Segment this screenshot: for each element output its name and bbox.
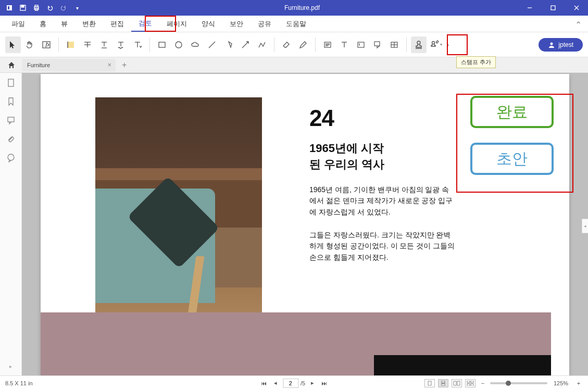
current-page-input[interactable] (283, 379, 298, 388)
arrow-shape-icon[interactable] (237, 36, 253, 53)
two-page-continuous-icon[interactable] (465, 379, 476, 387)
chat-panel-icon[interactable] (6, 153, 16, 162)
right-panel-expand-icon[interactable]: ◂ (582, 219, 588, 233)
hand-tool-icon[interactable] (22, 36, 37, 53)
svg-rect-51 (442, 383, 445, 386)
menu-form[interactable]: 양식 (194, 16, 222, 32)
quick-access-toolbar: ▾ (0, 2, 86, 14)
svg-point-45 (551, 42, 553, 45)
menu-home[interactable]: 홈 (32, 16, 54, 32)
insert-text-icon[interactable] (130, 36, 145, 53)
eraser-icon[interactable] (279, 36, 294, 53)
single-page-view-icon[interactable] (424, 379, 435, 387)
select-tool-icon[interactable] (5, 36, 21, 53)
zoom-out-icon[interactable]: − (479, 380, 487, 386)
pencil-icon[interactable] (295, 36, 311, 53)
svg-rect-35 (358, 42, 364, 47)
user-account-button[interactable]: jptest (539, 38, 583, 52)
svg-rect-9 (551, 6, 555, 10)
stamp-completed[interactable]: 완료 (470, 96, 554, 128)
menu-review[interactable]: 검토 (131, 16, 159, 32)
first-page-icon[interactable]: ⏮ (260, 380, 268, 386)
callout-icon[interactable] (370, 36, 385, 53)
zoom-value: 125% (551, 380, 571, 386)
svg-rect-38 (374, 42, 380, 46)
comments-panel-icon[interactable] (6, 116, 16, 125)
page-navigator: ⏮ ◂ /5 ▸ ⏭ (260, 379, 328, 388)
svg-rect-46 (8, 79, 14, 86)
menu-convert[interactable]: 변환 (75, 16, 103, 32)
document-canvas[interactable]: 24 1965년에 시작 된 우리의 역사 1965년 여름, 기이한 밴쿠버 … (22, 73, 588, 375)
svg-marker-28 (229, 42, 232, 47)
thumbnails-panel-icon[interactable] (6, 78, 16, 87)
text-comment-icon[interactable] (336, 36, 352, 53)
note-icon[interactable] (320, 36, 335, 53)
signature-icon[interactable]: ▾ (428, 36, 443, 53)
collapse-ribbon-icon[interactable]: ⌃ (575, 20, 582, 30)
edit-tool-icon[interactable] (39, 36, 54, 53)
svg-point-44 (432, 41, 434, 44)
redo-icon[interactable] (57, 2, 70, 14)
save-icon[interactable] (17, 2, 29, 14)
menu-file[interactable]: 파일 (4, 16, 32, 32)
review-toolbar: ▾ › jptest 스탬프 추가 (0, 32, 588, 57)
two-page-view-icon[interactable] (452, 379, 462, 387)
text-box-icon[interactable] (353, 36, 369, 53)
toolbar-more-icon[interactable]: › (446, 40, 449, 49)
line-shape-icon[interactable] (204, 36, 220, 53)
squiggly-text-icon[interactable] (113, 36, 129, 53)
menu-view[interactable]: 뷰 (54, 16, 75, 32)
cloud-shape-icon[interactable] (187, 36, 203, 53)
tab-close-icon[interactable]: × (107, 61, 111, 69)
polygon-shape-icon[interactable] (221, 36, 236, 53)
svg-rect-49 (428, 381, 431, 385)
strikethrough-text-icon[interactable] (80, 36, 95, 53)
zoom-slider[interactable] (490, 382, 547, 384)
page-image (95, 97, 262, 334)
page-dark-block (374, 355, 551, 375)
new-tab-icon[interactable]: + (119, 60, 130, 70)
svg-rect-50 (442, 381, 445, 383)
expand-panel-icon[interactable]: ▸ (9, 363, 12, 369)
qat-dropdown-icon[interactable]: ▾ (71, 2, 83, 14)
page-headline: 1965년에 시작 된 우리의 역사 (309, 141, 455, 173)
maximize-button[interactable] (541, 0, 565, 16)
rectangle-shape-icon[interactable] (154, 36, 170, 53)
menu-page[interactable]: 페이지 (159, 16, 194, 32)
stamp-icon[interactable] (411, 36, 427, 53)
document-tab-label: Furniture (27, 62, 50, 68)
area-highlight-icon[interactable] (386, 36, 402, 53)
oval-shape-icon[interactable] (171, 36, 186, 53)
next-page-icon[interactable]: ▸ (308, 380, 317, 386)
print-icon[interactable] (30, 2, 43, 14)
svg-rect-52 (454, 381, 456, 385)
document-tab[interactable]: Furniture × (22, 59, 116, 71)
stamp-draft[interactable]: 초안 (470, 143, 554, 175)
menu-share[interactable]: 공유 (251, 16, 279, 32)
svg-rect-56 (467, 384, 470, 386)
last-page-icon[interactable]: ⏭ (320, 380, 328, 386)
svg-rect-4 (21, 5, 24, 7)
connected-lines-icon[interactable] (254, 36, 270, 53)
zoom-in-icon[interactable]: + (574, 380, 583, 386)
close-button[interactable] (565, 0, 588, 16)
menu-help[interactable]: 도움말 (279, 16, 314, 32)
bookmarks-panel-icon[interactable] (6, 97, 16, 106)
menu-security[interactable]: 보안 (222, 16, 251, 32)
page-number-heading: 24 (309, 105, 455, 131)
home-tab-icon[interactable] (4, 59, 19, 71)
attachments-panel-icon[interactable] (6, 134, 16, 144)
highlight-tool-icon[interactable] (63, 36, 79, 53)
svg-rect-47 (8, 117, 14, 122)
continuous-view-icon[interactable] (438, 379, 448, 387)
menu-edit[interactable]: 편집 (103, 16, 131, 32)
minimize-button[interactable] (518, 0, 541, 16)
left-side-panel: ▸ (0, 73, 22, 375)
underline-text-icon[interactable] (96, 36, 112, 53)
svg-rect-2 (8, 6, 9, 9)
app-logo-icon[interactable] (3, 2, 16, 14)
prev-page-icon[interactable]: ◂ (271, 380, 280, 386)
document-tab-strip: Furniture × + (0, 57, 588, 73)
pdf-page: 24 1965년에 시작 된 우리의 역사 1965년 여름, 기이한 밴쿠버 … (41, 74, 569, 375)
undo-icon[interactable] (44, 2, 56, 14)
